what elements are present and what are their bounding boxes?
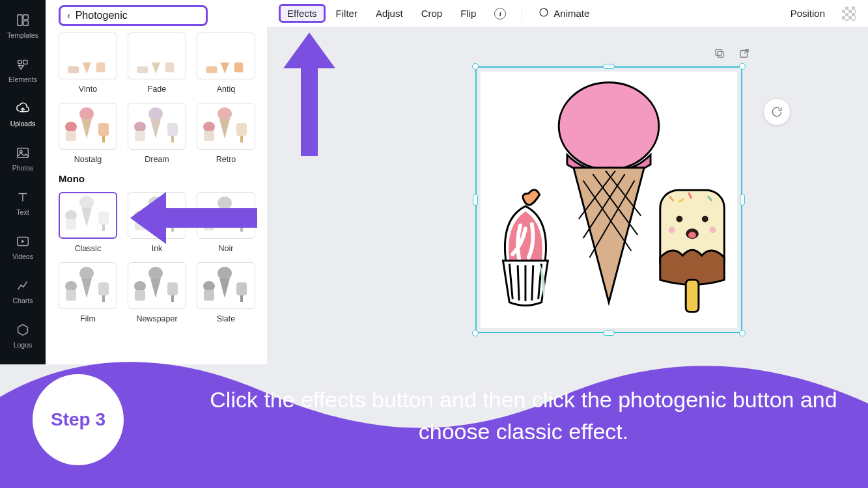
svg-marker-66 [219,278,230,298]
effect-thumb[interactable]: Slate [197,262,255,323]
resize-handle-tr[interactable] [739,63,746,70]
svg-rect-4 [23,61,27,64]
rail-videos[interactable]: Videos [0,225,46,269]
rail-label: Elements [8,75,37,83]
rail-elements[interactable]: Elements [0,48,46,92]
crop-label: Crop [421,8,443,19]
effects-row: Vinto Fade Antiq [59,33,254,94]
svg-point-17 [79,107,94,120]
step-badge: Step 3 [33,374,124,465]
resize-handle-bl[interactable] [472,330,479,336]
svg-marker-36 [81,208,92,227]
rail-label: Videos [12,252,33,260]
svg-point-31 [203,122,215,132]
canvas-stage [267,27,868,364]
svg-rect-11 [137,66,148,73]
svg-rect-56 [66,290,76,301]
thumb-label: Slate [217,314,236,323]
open-external-icon[interactable] [738,47,751,60]
effects-row: Nostalg Dream Retro [59,103,254,164]
annotation-arrow-left-icon [130,189,260,247]
rotate-handle[interactable] [764,99,790,125]
thumb-label: Retro [216,155,236,164]
toolbar-separator [522,7,522,21]
svg-point-65 [217,267,232,280]
svg-point-37 [65,210,77,221]
svg-rect-33 [236,123,247,136]
svg-rect-58 [102,295,105,302]
thumb-label: Fade [148,85,167,94]
resize-handle-t[interactable] [603,64,615,69]
thumb-label: Film [80,314,96,323]
selection-box[interactable] [475,66,742,333]
svg-rect-20 [66,131,76,141]
rail-label: Charts [13,297,33,305]
svg-rect-70 [240,295,243,302]
svg-rect-34 [240,136,243,142]
svg-point-53 [79,267,94,280]
effect-thumb-classic[interactable]: Classic [59,192,117,253]
effect-thumb[interactable]: Film [59,262,117,323]
rail-label: Uploads [10,120,36,128]
effects-label: Effects [287,8,317,19]
thumb-label: Nostalg [74,155,102,164]
thumb-label: Antiq [217,85,236,94]
filter-button[interactable]: Filter [328,4,365,23]
svg-point-67 [203,281,215,291]
effects-row: Film Newspaper Slate [59,262,254,323]
effect-thumb[interactable]: Dream [128,103,186,164]
svg-rect-39 [98,211,109,224]
rail-uploads[interactable]: Uploads [0,92,46,137]
effects-panel-scroll[interactable]: ‹ Photogenic Vinto Fade Antiq Nostalg [46,0,267,364]
effect-thumb[interactable]: Newspaper [128,262,186,323]
effects-button[interactable]: Effects [279,4,326,23]
svg-rect-21 [98,123,109,136]
effect-thumb[interactable]: Retro [197,103,255,164]
svg-marker-94 [283,33,335,156]
effects-panel: ‹ Photogenic Vinto Fade Antiq Nostalg [46,0,267,364]
svg-rect-63 [167,282,178,295]
resize-handle-tl[interactable] [472,63,479,70]
duplicate-icon[interactable] [713,47,726,60]
flip-button[interactable]: Flip [453,4,484,23]
rail-photos[interactable]: Photos [0,137,46,181]
animate-button[interactable]: Animate [530,3,597,24]
rail-charts[interactable]: Charts [0,269,46,314]
effect-thumb[interactable]: Vinto [59,33,117,94]
adjust-button[interactable]: Adjust [368,4,411,23]
instruction-text: Click the effects button and then click … [205,384,842,448]
crop-button[interactable]: Crop [413,4,451,23]
resize-handle-b[interactable] [603,331,615,336]
svg-rect-64 [171,295,174,302]
svg-marker-12 [152,62,161,74]
effect-thumb[interactable]: Nostalg [59,103,117,164]
svg-rect-69 [236,282,247,295]
svg-rect-73 [718,51,723,57]
svg-rect-2 [23,21,28,25]
transparency-button[interactable] [842,7,856,21]
resize-handle-br[interactable] [739,330,746,336]
thumb-image-slate [200,265,252,306]
rail-templates[interactable]: Templates [0,4,46,48]
logos-icon [16,323,30,337]
effect-thumb[interactable]: Antiq [197,33,255,94]
svg-point-59 [148,267,163,280]
info-button[interactable]: i [486,4,514,23]
svg-marker-18 [81,119,92,139]
effect-thumb[interactable]: Fade [128,33,186,94]
svg-rect-27 [167,123,178,136]
thumb-label: Dream [145,155,169,164]
thumb-image-film [62,265,114,306]
position-button[interactable]: Position [783,4,833,23]
top-toolbar: Effects Filter Adjust Crop Flip i Animat… [267,0,868,27]
canvas-action-icons [713,47,751,60]
resize-handle-r[interactable] [740,194,745,206]
svg-rect-5 [18,148,29,158]
animate-label: Animate [553,8,589,19]
svg-rect-13 [165,62,175,72]
photogenic-back-button[interactable]: ‹ Photogenic [59,5,208,26]
instruction-banner: Step 3 Click the effects button and then… [0,345,868,488]
resize-handle-l[interactable] [473,194,478,206]
rail-text[interactable]: Text [0,181,46,225]
selection-border [475,66,742,333]
